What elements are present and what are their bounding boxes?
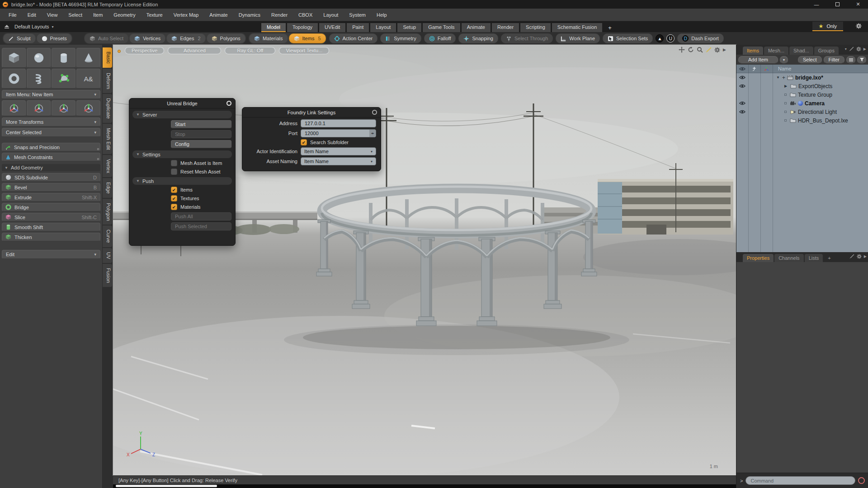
settings-section-header[interactable]: ▼ Settings — [132, 150, 232, 158]
maximize-button[interactable] — [827, 0, 847, 9]
tab-lists[interactable]: Lists — [805, 254, 823, 262]
push-section-header[interactable]: ▼ Push — [132, 177, 232, 185]
eye-icon[interactable] — [739, 110, 745, 114]
tool-slice[interactable]: Slice Shift-C — [2, 213, 100, 221]
checkbox-unchecked[interactable] — [171, 169, 177, 175]
filter-button[interactable]: Filter — [824, 56, 844, 64]
tab-scripting[interactable]: Scripting — [520, 23, 551, 32]
menu-file[interactable]: File — [4, 10, 22, 19]
raygl-selector[interactable]: Ray GL: Off — [225, 47, 275, 54]
sidebar-tab-polygon[interactable]: Polygon — [103, 199, 112, 225]
action-center-button[interactable]: Action Center — [329, 33, 378, 43]
sidebar-tab-fusion[interactable]: Fusion — [103, 264, 112, 287]
tool-bevel[interactable]: Bevel B — [2, 183, 100, 192]
cylinder-tool-button[interactable] — [52, 48, 75, 68]
push-all-button[interactable]: Push All — [171, 212, 231, 221]
tab-setup[interactable]: Setup — [397, 23, 421, 32]
default-layouts-dropdown[interactable]: Default Layouts ▾ — [14, 24, 53, 29]
tab-channels[interactable]: Channels — [774, 254, 803, 262]
tab-paint[interactable]: Paint — [347, 23, 369, 32]
sidebar-tab-deform[interactable]: Deform — [103, 69, 112, 93]
sidebar-tab-curve[interactable]: Curve — [103, 225, 112, 247]
menu-help[interactable]: Help — [372, 10, 392, 19]
tab-groups[interactable]: Groups — [814, 47, 839, 55]
panel-arrow-icon[interactable]: ▶ — [863, 47, 866, 51]
selection-sets-button[interactable]: Selection Sets — [603, 33, 653, 43]
viewport-menu-arrow-icon[interactable]: ▶ — [723, 47, 726, 52]
port-spinner[interactable]: ◂▸ — [369, 130, 376, 137]
torus-tool-button[interactable] — [2, 69, 26, 89]
edit-dropdown[interactable]: Edit ▾ — [2, 250, 100, 259]
tab-render[interactable]: Render — [492, 23, 519, 32]
select-through-button[interactable]: Select Through — [501, 33, 553, 43]
dash-export-button[interactable]: D Dash Export — [677, 33, 724, 43]
sidebar-tab-basic[interactable]: Basic — [103, 47, 112, 68]
tree-row-scene[interactable]: ▼ + bridge.lxo* — [736, 73, 868, 82]
work-plane-button[interactable]: Work Plane — [556, 33, 600, 43]
tool-smooth-shift[interactable]: Smooth Shift — [2, 223, 100, 231]
materials-button[interactable]: Materials — [249, 33, 288, 43]
snapping-button[interactable]: Snapping — [458, 33, 498, 43]
shading-selector[interactable]: Advanced — [168, 47, 221, 54]
address-input[interactable] — [301, 119, 376, 127]
layout-gear-icon[interactable] — [856, 23, 862, 29]
tool-sds-subdivide[interactable]: SDS Subdivide D — [2, 173, 100, 182]
sidebar-tab-vertex[interactable]: Vertex — [103, 155, 112, 177]
menu-render[interactable]: Render — [266, 10, 292, 19]
unreal-bridge-panel[interactable]: Unreal Bridge ▼ Server Start Stop Config… — [129, 98, 236, 246]
menu-dynamics[interactable]: Dynamics — [234, 10, 265, 19]
sidebar-tab-edge[interactable]: Edge — [103, 178, 112, 198]
minimize-button[interactable]: — — [807, 0, 826, 9]
foundry-link-header[interactable]: Foundry Link Settings — [242, 108, 381, 117]
add-item-button[interactable]: Add Item — [738, 56, 778, 64]
add-item-dropdown[interactable]: ▾ — [780, 56, 788, 64]
unreal-icon[interactable]: U — [666, 34, 675, 42]
name-column-header[interactable]: Name — [773, 66, 791, 71]
cube-tool-button[interactable] — [2, 48, 26, 68]
sculpt-button[interactable]: Sculpt — [3, 33, 36, 43]
push-items-row[interactable]: ✔ Items — [171, 187, 235, 193]
menu-layout[interactable]: Layout — [318, 10, 343, 19]
pin-column-icon[interactable] — [752, 66, 757, 71]
sidebar-tab-uv[interactable]: UV — [103, 248, 112, 263]
push-selected-button[interactable]: Push Selected — [171, 222, 231, 230]
vertices-button[interactable]: Vertices — [129, 33, 165, 43]
tab-schematic-fusion[interactable]: Schematic Fusion — [552, 23, 602, 32]
eye-icon[interactable] — [739, 75, 745, 80]
snaps-and-precision-button[interactable]: Snaps and Precision — [2, 143, 100, 151]
menu-item[interactable]: Item — [88, 10, 108, 19]
items-button[interactable]: Items 5 — [289, 33, 326, 43]
unity-icon[interactable]: ▲ — [656, 34, 664, 42]
expand-panel-icon[interactable] — [849, 47, 854, 52]
server-section-header[interactable]: ▼ Server — [132, 111, 232, 118]
tool-extrude[interactable]: Extrude Shift-X — [2, 193, 100, 202]
perspective-selector[interactable]: Perspective — [125, 47, 164, 54]
tree-row-exportobjects[interactable]: ▶ ExportObjects — [736, 82, 868, 90]
menu-view[interactable]: View — [42, 10, 63, 19]
add-panel-tab-button[interactable]: + — [824, 254, 835, 262]
chevron-down-icon[interactable]: ▾ — [845, 47, 847, 51]
eye-icon[interactable] — [739, 101, 745, 105]
menu-geometry[interactable]: Geometry — [108, 10, 140, 19]
asset-naming-dropdown[interactable]: Item Name ▾ — [301, 157, 376, 165]
menu-cbox[interactable]: CBOX — [293, 10, 317, 19]
close-button[interactable]: ✕ — [848, 0, 868, 9]
reset-mesh-asset-row[interactable]: Reset Mesh Asset — [171, 169, 235, 175]
list-options-button[interactable] — [846, 56, 855, 64]
panel-gear-icon[interactable] — [856, 47, 861, 52]
command-record-icon[interactable] — [858, 477, 865, 484]
rotate-tool-button[interactable] — [52, 100, 75, 116]
menu-system[interactable]: System — [344, 10, 371, 19]
collapse-toolbar-icon[interactable] — [3, 23, 11, 30]
plus-icon[interactable]: + — [782, 75, 785, 81]
menu-texture[interactable]: Texture — [142, 10, 168, 19]
helix-tool-button[interactable] — [27, 69, 51, 89]
rotate-icon[interactable] — [688, 47, 694, 53]
tab-layout[interactable]: Layout — [370, 23, 396, 32]
viewport-gear-icon[interactable] — [714, 47, 720, 53]
tab-uvedit[interactable]: UVEdit — [319, 23, 345, 32]
expand-twisty-icon[interactable]: ▶ — [784, 84, 788, 88]
push-textures-row[interactable]: ✔ Textures — [171, 195, 235, 202]
menu-animate[interactable]: Animate — [204, 10, 232, 19]
sidebar-tab-duplicate[interactable]: Duplicate — [103, 94, 112, 123]
